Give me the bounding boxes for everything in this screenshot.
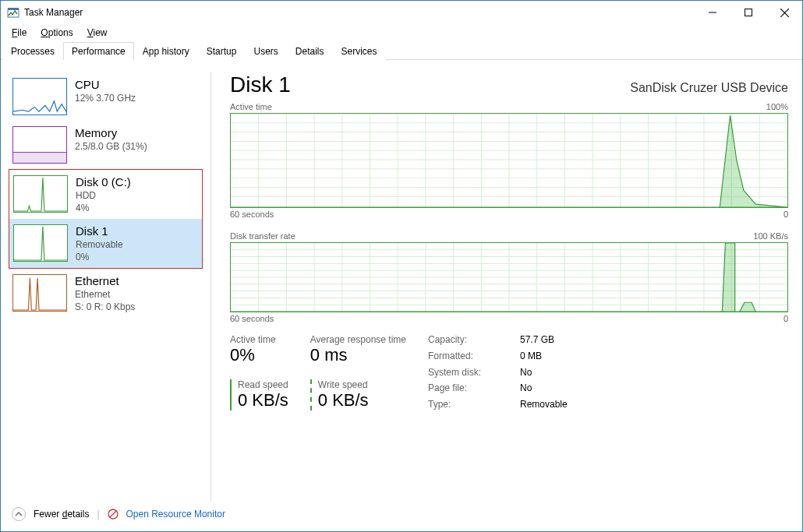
tab-processes[interactable]: Processes [2, 42, 63, 60]
titlebar: Task Manager [1, 1, 802, 24]
memory-thumb [12, 126, 67, 164]
sidebar-item-disk0[interactable]: Disk 0 (C:) HDD 4% [9, 170, 202, 219]
chart1-label-right: 100% [766, 102, 788, 111]
svg-rect-3 [745, 9, 752, 16]
disk-properties: Capacity:57.7 GB Formatted:0 MB System d… [428, 334, 568, 410]
chart2-area[interactable] [230, 242, 788, 312]
ethernet-sub2: S: 0 R: 0 Kbps [75, 301, 135, 312]
tab-startup[interactable]: Startup [198, 42, 246, 60]
menubar: File Options View [1, 24, 802, 41]
sidebar-item-memory[interactable]: Memory 2.5/8.0 GB (31%) [9, 121, 203, 169]
svg-rect-1 [8, 8, 19, 10]
kv-formatted-v: 0 MB [520, 351, 568, 362]
sidebar-item-cpu[interactable]: CPU 12% 3.70 GHz [9, 72, 203, 121]
memory-sub: 2.5/8.0 GB (31%) [75, 141, 147, 152]
tab-performance[interactable]: Performance [63, 42, 134, 60]
chart2-label-left: Disk transfer rate [230, 231, 295, 241]
kv-type-v: Removable [520, 399, 568, 410]
main: Disk 1 SanDisk Cruzer USB Device Active … [211, 72, 788, 502]
disk1-sub1: Removable [76, 239, 123, 250]
menu-file-rest: ile [17, 27, 27, 38]
window-title: Task Manager [24, 7, 695, 18]
stat-read-label: Read speed [238, 379, 288, 390]
device-name: SanDisk Cruzer USB Device [630, 81, 788, 95]
disk1-title: Disk 1 [76, 224, 123, 238]
kv-pagefile-l: Page file: [428, 382, 506, 394]
menu-file[interactable]: File [5, 26, 33, 40]
window-controls [695, 1, 802, 24]
ethernet-title: Ethernet [75, 274, 135, 287]
kv-systemdisk-l: System disk: [428, 367, 506, 379]
disk0-text: Disk 0 (C:) HDD 4% [76, 175, 131, 213]
tab-services[interactable]: Services [333, 42, 386, 60]
stat-active-label: Active time [230, 334, 288, 345]
disk-group: Disk 0 (C:) HDD 4% Disk 1 Removable 0% [9, 169, 203, 269]
tab-users[interactable]: Users [245, 42, 286, 60]
cpu-sub: 12% 3.70 GHz [75, 93, 136, 104]
chart1-label-left: Active time [230, 102, 272, 111]
close-button[interactable] [766, 1, 802, 24]
ethernet-text: Ethernet Ethernet S: 0 R: 0 Kbps [75, 274, 135, 312]
kv-formatted-l: Formatted: [428, 351, 506, 362]
stat-active-value: 0% [230, 345, 288, 365]
disk1-text: Disk 1 Removable 0% [76, 224, 123, 262]
stat-write-value: 0 KB/s [318, 390, 406, 410]
stat-read-value: 0 KB/s [238, 390, 288, 410]
minimize-button[interactable] [695, 1, 730, 24]
ethernet-sub1: Ethernet [75, 289, 135, 300]
chart1-bottom-left: 60 seconds [230, 210, 274, 219]
content: CPU 12% 3.70 GHz Memory 2.5/8.0 GB (31%) [1, 60, 802, 502]
page-title: Disk 1 [230, 72, 291, 97]
svg-line-65 [110, 511, 116, 517]
stats: Active time 0% Read speed 0 KB/s Average… [230, 334, 788, 410]
kv-systemdisk-v: No [520, 367, 568, 379]
chevron-up-icon[interactable] [12, 507, 26, 521]
chart1-area[interactable] [230, 113, 788, 208]
ethernet-thumb [12, 274, 67, 312]
kv-capacity-v: 57.7 GB [520, 334, 568, 346]
disk0-sub1: HDD [76, 190, 131, 201]
disk0-thumb [13, 175, 68, 213]
disk0-sub2: 4% [76, 203, 131, 213]
cpu-thumb [12, 78, 67, 115]
fewer-details-link[interactable]: Fewer details [34, 509, 89, 520]
disk0-title: Disk 0 (C:) [76, 175, 131, 188]
menu-options-rest: ptions [48, 27, 73, 38]
menu-options[interactable]: Options [34, 26, 79, 40]
disk1-thumb [13, 224, 68, 262]
stat-col-2: Average response time 0 ms Write speed 0… [310, 334, 406, 410]
separator: | [97, 509, 99, 520]
window: Task Manager File Options View Processes… [0, 0, 803, 532]
stat-resp-value: 0 ms [310, 345, 406, 365]
resource-monitor-icon [108, 509, 119, 520]
disk1-sub2: 0% [76, 252, 123, 262]
tab-app-history[interactable]: App history [134, 42, 198, 60]
chart-transfer-rate: Disk transfer rate 100 KB/s 60 seconds 0 [230, 231, 788, 331]
stat-col-1: Active time 0% Read speed 0 KB/s [230, 334, 288, 410]
memory-title: Memory [75, 126, 147, 139]
tabs: Processes Performance App history Startu… [1, 41, 802, 60]
menu-view-rest: iew [94, 27, 108, 38]
cpu-text: CPU 12% 3.70 GHz [75, 78, 136, 104]
stat-write-label: Write speed [318, 379, 406, 390]
menu-view[interactable]: View [81, 26, 114, 40]
sidebar-item-disk1[interactable]: Disk 1 Removable 0% [9, 219, 202, 268]
maximize-button[interactable] [730, 1, 766, 24]
tab-details[interactable]: Details [287, 42, 333, 60]
kv-pagefile-v: No [520, 382, 568, 394]
cpu-title: CPU [75, 78, 136, 91]
sidebar: CPU 12% 3.70 GHz Memory 2.5/8.0 GB (31%) [9, 72, 211, 502]
stat-write-speed: Write speed 0 KB/s [310, 379, 406, 410]
chart2-bottom-left: 60 seconds [230, 314, 274, 323]
header: Disk 1 SanDisk Cruzer USB Device [230, 72, 788, 97]
svg-rect-6 [13, 153, 66, 163]
chart2-bottom-right: 0 [784, 314, 788, 323]
open-resource-monitor-link[interactable]: Open Resource Monitor [126, 509, 225, 520]
stat-avg-response: Average response time 0 ms [310, 334, 406, 365]
sidebar-item-ethernet[interactable]: Ethernet Ethernet S: 0 R: 0 Kbps [9, 269, 203, 318]
footer: Fewer details | Open Resource Monitor [1, 502, 802, 531]
stat-active-time: Active time 0% [230, 334, 288, 365]
kv-type-l: Type: [428, 399, 506, 410]
kv-capacity-l: Capacity: [428, 334, 506, 346]
chart2-label-right: 100 KB/s [753, 231, 788, 241]
